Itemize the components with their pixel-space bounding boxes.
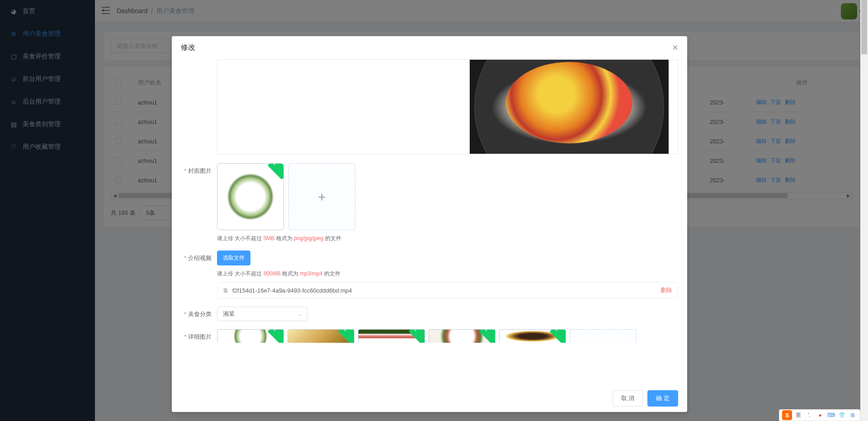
label-cover: 封面图片: [181, 163, 217, 175]
detail-thumb[interactable]: [288, 329, 354, 343]
cancel-button[interactable]: 取 消: [613, 390, 643, 407]
upload-add-button[interactable]: ＋: [288, 163, 355, 230]
label-video: 介绍视频: [181, 251, 217, 262]
confirm-button[interactable]: 确 定: [647, 390, 678, 407]
detail-thumb[interactable]: [217, 329, 284, 343]
uploaded-file: 🗎 f2f154d1-16e7-4a9a-9493-fcc60cddd6bd.m…: [217, 282, 678, 298]
preview-image: [470, 60, 669, 154]
label-detail: 详细图片: [181, 329, 217, 341]
video-hint: 请上传 大小不超过 800MB 格式为 mp3/mp4 的文件: [217, 270, 678, 278]
modal-title: 修改: [181, 43, 195, 52]
detail-thumb[interactable]: [358, 329, 425, 343]
select-file-button[interactable]: 选取文件: [217, 251, 250, 265]
ime-toolbox-icon[interactable]: ⊞: [848, 411, 857, 420]
edit-modal: 修改 ✕ 封面图片: [172, 36, 687, 412]
detail-add-button[interactable]: [570, 329, 637, 343]
file-delete-button[interactable]: 删除: [660, 286, 672, 294]
category-select[interactable]: 湘菜: [217, 307, 307, 321]
file-name: f2f154d1-16e7-4a9a-9493-fcc60cddd6bd.mp4: [232, 287, 660, 294]
ime-toolbar[interactable]: S 英 '. ● ⌨ 👕 ⊞: [779, 409, 860, 421]
page-scrollbar[interactable]: ▲: [860, 0, 868, 421]
cover-hint: 请上传 大小不超过 5MB 格式为 png/jpg/jpeg 的文件: [217, 235, 678, 242]
ime-punct-icon[interactable]: '.: [805, 411, 814, 420]
ime-lang[interactable]: 英: [794, 411, 803, 420]
close-icon[interactable]: ✕: [672, 43, 678, 52]
document-icon: 🗎: [223, 287, 229, 294]
detail-thumb[interactable]: [499, 329, 566, 343]
rich-preview: [217, 59, 678, 154]
detail-thumb[interactable]: [429, 329, 495, 343]
label-category: 美食分类: [181, 307, 217, 318]
cover-thumb[interactable]: [217, 163, 284, 230]
ime-keyboard-icon[interactable]: ⌨: [826, 411, 835, 420]
ime-mic-icon[interactable]: ●: [816, 411, 825, 420]
ime-logo-icon: S: [782, 410, 792, 420]
ime-skin-icon[interactable]: 👕: [837, 411, 846, 420]
